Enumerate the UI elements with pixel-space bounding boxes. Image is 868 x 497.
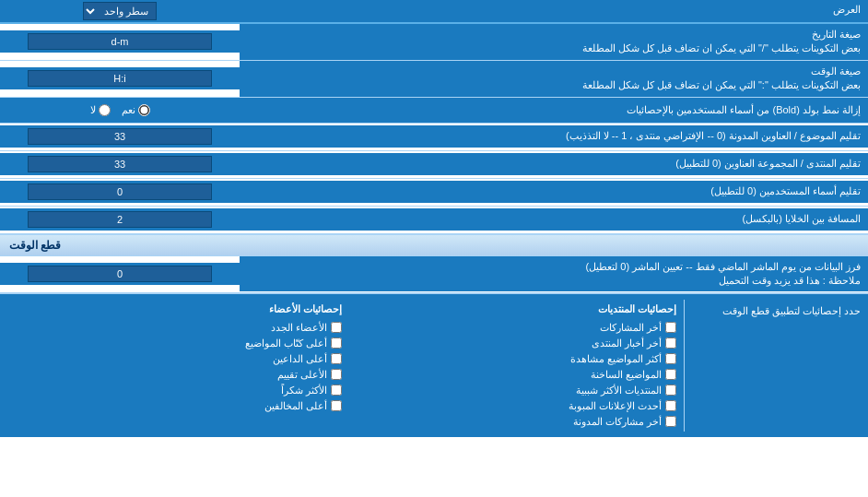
display-select-area: سطر واحد سطران ثلاثة أسطر	[0, 0, 240, 22]
checkbox-top-rated: الأعلى تقييم	[7, 369, 342, 381]
latest-posts-checkbox[interactable]	[665, 322, 676, 333]
cutoff-label: فرز البيانات من يوم الماشر الماضي فقط --…	[240, 256, 868, 292]
checkbox-top-referrers: أعلى المخالفين	[7, 400, 342, 412]
time-format-label: صيغة الوقت بعض التكوينات يتطلب ":" التي …	[240, 61, 868, 97]
top-referrers-checkbox[interactable]	[331, 400, 342, 411]
cutoff-field[interactable]	[28, 266, 212, 282]
checkbox-latest-announcements: أحدث الإعلانات المبوبة	[342, 400, 676, 412]
forum-titles-label: تقليم المنتدى / المجموعة العناوين (0 للت…	[240, 153, 868, 174]
bold-yes-radio[interactable]	[138, 104, 150, 116]
cutoff-input-area	[0, 263, 240, 285]
member-stats-col: إحصائيات الأعضاء الأعضاء الجدد أعلى كتّا…	[7, 303, 342, 428]
new-members-checkbox[interactable]	[331, 322, 342, 333]
stats-checkboxes-area: حدد إحصائيات لتطبيق قطع الوقت إحصائيات ا…	[0, 293, 868, 437]
bold-yes-label[interactable]: نعم	[122, 104, 150, 116]
checkbox-latest-news: أخر أخبار المنتدى	[342, 337, 676, 349]
checkbox-latest-posts: أخر المشاركات	[342, 322, 676, 334]
most-viewed-checkbox[interactable]	[665, 353, 676, 364]
topic-titles-input-area	[0, 125, 240, 148]
bold-no-label[interactable]: لا	[90, 104, 111, 116]
latest-news-checkbox[interactable]	[665, 337, 676, 349]
usernames-field[interactable]	[28, 183, 212, 200]
topic-titles-field[interactable]	[28, 128, 212, 145]
date-format-field[interactable]	[28, 33, 212, 50]
date-format-label: صيغة التاريخ بعض التكوينات يتطلب "/" الت…	[240, 24, 868, 60]
hot-topics-checkbox[interactable]	[665, 369, 676, 380]
time-format-input-area	[0, 67, 240, 89]
member-stats-header: إحصائيات الأعضاء	[7, 303, 342, 315]
display-dropdown[interactable]: سطر واحد سطران ثلاثة أسطر	[83, 2, 157, 20]
checkbox-hot-topics: المواضيع الساخنة	[342, 369, 676, 381]
usernames-label: تقليم أسماء المستخدمين (0 للتطبيل)	[240, 181, 868, 202]
top-inviters-checkbox[interactable]	[331, 353, 342, 364]
time-format-field[interactable]	[28, 70, 212, 87]
checkbox-columns: إحصائيات المنتديات أخر المشاركات أخر أخب…	[0, 300, 684, 432]
cell-spacing-field[interactable]	[28, 211, 212, 228]
usernames-input-area	[0, 181, 240, 203]
bold-no-radio[interactable]	[99, 104, 111, 116]
stats-define-label: حدد إحصائيات لتطبيق قطع الوقت	[684, 300, 868, 432]
similar-forums-checkbox[interactable]	[665, 385, 676, 396]
checkbox-top-topic-writers: أعلى كتّاب المواضيع	[7, 337, 342, 349]
latest-pinned-checkbox[interactable]	[665, 416, 676, 427]
latest-announcements-checkbox[interactable]	[665, 400, 676, 411]
checkbox-most-thanked: الأكثر شكراً	[7, 385, 342, 396]
forum-stats-header: إحصائيات المنتديات	[342, 303, 676, 315]
checkbox-top-inviters: أعلى الداعين	[7, 353, 342, 365]
most-thanked-checkbox[interactable]	[331, 385, 342, 396]
cell-spacing-input-area	[0, 208, 240, 231]
forum-titles-field[interactable]	[28, 156, 212, 172]
checkbox-most-viewed: أكثر المواضيع مشاهدة	[342, 353, 676, 365]
bold-label: إزالة نمط بولد (Bold) من أسماء المستخدمي…	[240, 101, 868, 120]
forum-titles-input-area	[0, 153, 240, 175]
checkbox-new-members: الأعضاء الجدد	[7, 322, 342, 334]
bold-radio-options: نعم لا	[0, 101, 240, 119]
top-topic-writers-checkbox[interactable]	[331, 337, 342, 349]
date-format-input-area	[0, 30, 240, 53]
checkbox-similar-forums: المنتديات الأكثر شببية	[342, 385, 676, 396]
cutoff-section-header: قطع الوقت	[0, 234, 868, 256]
cell-spacing-label: المسافة بين الخلايا (بالبكسل)	[240, 208, 868, 230]
top-rated-checkbox[interactable]	[331, 369, 342, 380]
display-label: العرض	[240, 0, 868, 22]
topic-titles-label: تقليم الموضوع / العناوين المدونة (0 -- ا…	[240, 125, 868, 147]
checkbox-latest-pinned: أخر مشاركات المدونة	[342, 416, 676, 428]
forum-stats-col: إحصائيات المنتديات أخر المشاركات أخر أخب…	[342, 303, 676, 428]
